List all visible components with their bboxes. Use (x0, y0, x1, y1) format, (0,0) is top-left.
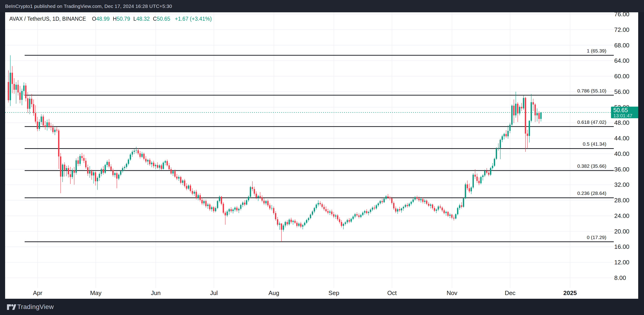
candle[interactable] (466, 181, 468, 190)
candle[interactable] (35, 105, 36, 123)
candle[interactable] (502, 135, 503, 142)
candle[interactable] (470, 186, 472, 194)
candle[interactable] (18, 80, 19, 96)
candle[interactable] (525, 97, 526, 152)
candle[interactable] (192, 188, 193, 195)
candle[interactable] (372, 207, 373, 211)
candle[interactable] (97, 176, 98, 190)
candle[interactable] (147, 159, 148, 165)
candle[interactable] (318, 200, 319, 207)
candle[interactable] (523, 95, 524, 110)
candle[interactable] (76, 158, 77, 175)
candle[interactable] (178, 175, 180, 181)
candle[interactable] (66, 166, 67, 176)
candle[interactable] (316, 203, 317, 210)
candle[interactable] (108, 159, 110, 168)
symbol-legend[interactable]: AVAX / TetherUS, 1D, BINANCE O48.99 H50.… (9, 16, 212, 22)
candle[interactable] (122, 167, 124, 173)
candle[interactable] (329, 210, 330, 215)
candle[interactable] (116, 172, 118, 188)
candle[interactable] (288, 219, 290, 226)
candle[interactable] (79, 154, 81, 166)
candle[interactable] (104, 164, 106, 174)
candle[interactable] (114, 172, 116, 177)
candle[interactable] (428, 202, 430, 207)
candle[interactable] (480, 176, 482, 184)
candle[interactable] (337, 214, 338, 221)
candle[interactable] (78, 157, 79, 166)
candle[interactable] (38, 119, 40, 131)
candle[interactable] (500, 139, 501, 159)
candle[interactable] (230, 207, 232, 213)
candle[interactable] (325, 207, 327, 212)
candle[interactable] (486, 168, 488, 174)
candle[interactable] (64, 162, 65, 177)
candle[interactable] (356, 212, 358, 217)
candle[interactable] (275, 211, 276, 221)
candle[interactable] (10, 55, 11, 106)
candle[interactable] (112, 168, 114, 177)
candle[interactable] (44, 121, 46, 130)
candle[interactable] (447, 211, 449, 217)
candle[interactable] (52, 124, 54, 134)
candle[interactable] (224, 211, 226, 225)
candle[interactable] (327, 209, 329, 214)
candle[interactable] (459, 204, 460, 210)
candle[interactable] (89, 166, 90, 178)
candle[interactable] (331, 210, 332, 216)
candle[interactable] (393, 201, 394, 210)
candle[interactable] (85, 158, 86, 169)
candle[interactable] (529, 120, 530, 143)
candle[interactable] (507, 125, 509, 139)
candle[interactable] (12, 66, 13, 93)
candle[interactable] (324, 204, 325, 211)
candle[interactable] (378, 202, 379, 207)
candle[interactable] (50, 123, 52, 130)
candle[interactable] (236, 206, 238, 212)
candle[interactable] (304, 222, 306, 226)
candle[interactable] (273, 207, 274, 215)
candle[interactable] (101, 168, 102, 176)
candle[interactable] (14, 78, 15, 94)
candle[interactable] (223, 202, 224, 214)
candle[interactable] (374, 205, 375, 210)
candle[interactable] (370, 208, 371, 214)
candle[interactable] (515, 92, 516, 118)
candle[interactable] (442, 207, 443, 212)
candle[interactable] (265, 200, 267, 205)
candle[interactable] (157, 162, 158, 169)
candle[interactable] (382, 199, 383, 204)
candle[interactable] (267, 200, 268, 207)
candle[interactable] (389, 196, 390, 200)
candle[interactable] (238, 208, 240, 213)
candle[interactable] (209, 203, 211, 211)
candle[interactable] (41, 114, 42, 125)
candle[interactable] (343, 223, 344, 229)
candle[interactable] (159, 164, 160, 170)
tradingview-brand-text[interactable]: TradingView (17, 303, 54, 311)
candle[interactable] (306, 219, 307, 224)
candle[interactable] (81, 153, 83, 161)
candle[interactable] (521, 103, 522, 111)
candle[interactable] (54, 127, 56, 135)
candle[interactable] (244, 200, 245, 206)
candle[interactable] (8, 70, 9, 103)
candle[interactable] (395, 207, 396, 213)
candle[interactable] (519, 105, 520, 115)
candle[interactable] (443, 209, 445, 214)
candle[interactable] (72, 168, 73, 179)
candle[interactable] (463, 197, 464, 208)
candle[interactable] (296, 221, 298, 227)
candle[interactable] (510, 123, 511, 133)
candle[interactable] (366, 209, 367, 214)
candle[interactable] (401, 208, 402, 213)
candle[interactable] (93, 171, 94, 184)
candle[interactable] (155, 164, 156, 169)
candle[interactable] (283, 224, 284, 232)
candle[interactable] (387, 194, 389, 199)
candle[interactable] (438, 205, 439, 211)
candle[interactable] (25, 83, 26, 101)
candle[interactable] (242, 201, 244, 207)
candle[interactable] (312, 211, 313, 216)
candle[interactable] (215, 207, 216, 212)
